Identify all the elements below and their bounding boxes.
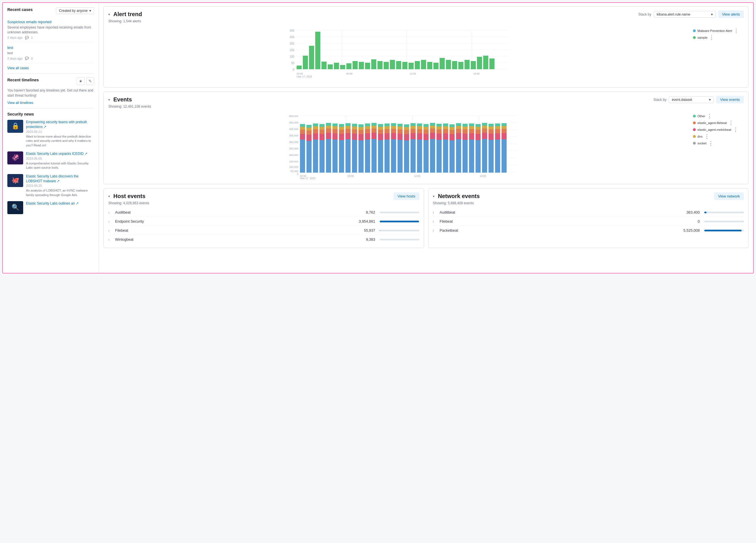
view-hosts-button[interactable]: View hosts xyxy=(394,193,419,200)
expand-arrow-0[interactable]: › xyxy=(108,211,113,214)
created-by-dropdown[interactable]: Created by anyone ▾ xyxy=(56,7,94,14)
view-all-cases-link[interactable]: View all cases xyxy=(7,66,94,70)
view-all-timelines-link[interactable]: View all timelines xyxy=(7,101,94,105)
svg-rect-123 xyxy=(358,134,364,140)
news-thumb-3 xyxy=(7,201,23,214)
svg-rect-221 xyxy=(482,123,487,126)
events-stack-select[interactable]: event.dataset ▾ xyxy=(669,96,714,103)
bar-track-1 xyxy=(380,221,419,222)
svg-rect-152 xyxy=(398,140,403,173)
network-events-collapse[interactable]: ▾ xyxy=(433,194,435,198)
svg-rect-87 xyxy=(313,140,318,173)
svg-rect-220 xyxy=(482,126,487,129)
svg-rect-223 xyxy=(489,134,494,140)
legend-more-dns[interactable]: ⋮ xyxy=(704,134,709,139)
svg-rect-146 xyxy=(385,124,390,126)
timeline-edit-btn[interactable]: ✎ xyxy=(86,77,94,85)
svg-text:0: 0 xyxy=(297,173,298,176)
legend-more-filebeat[interactable]: ⋮ xyxy=(728,120,733,126)
svg-rect-229 xyxy=(495,129,500,133)
svg-rect-127 xyxy=(365,140,370,173)
recent-cases-header: Recent cases Created by anyone ▾ xyxy=(7,7,94,14)
svg-rect-42 xyxy=(452,61,457,69)
svg-rect-20 xyxy=(315,32,320,69)
legend-item-metricbeat: elastic_agent.metricbeat ⋮ xyxy=(693,127,744,132)
legend-dot-metricbeat xyxy=(693,128,696,131)
legend-more-socket[interactable]: ⋮ xyxy=(708,141,713,146)
svg-rect-183 xyxy=(437,134,442,140)
host-events-collapse[interactable]: ▾ xyxy=(108,194,110,198)
svg-rect-17 xyxy=(297,66,302,69)
svg-rect-147 xyxy=(391,139,396,173)
svg-rect-25 xyxy=(346,63,351,69)
view-events-button[interactable]: View events xyxy=(716,96,744,103)
event-row-2: › Packetbeat 5,525,008 xyxy=(433,226,744,235)
event-name-1: Filebeat xyxy=(440,219,678,224)
svg-rect-34 xyxy=(402,62,407,69)
svg-rect-116 xyxy=(345,123,351,126)
expand-arrow-3[interactable]: › xyxy=(108,238,113,241)
events-stack-label: Stack by xyxy=(653,98,666,102)
news-desc-0: Want to know more about the prebuilt det… xyxy=(26,135,94,148)
svg-rect-225 xyxy=(489,127,494,129)
svg-rect-214 xyxy=(476,130,481,134)
case-title-0[interactable]: Suspicious emails reported xyxy=(7,20,94,24)
legend-more-sample[interactable]: ⋮ xyxy=(709,35,714,40)
svg-rect-226 xyxy=(489,124,494,127)
svg-rect-98 xyxy=(326,133,331,139)
svg-rect-222 xyxy=(489,140,494,173)
svg-rect-137 xyxy=(378,140,383,173)
legend-more-other[interactable]: ⋮ xyxy=(707,114,712,119)
alert-stack-select[interactable]: kibana.alert.rule.name ▾ xyxy=(654,11,716,18)
news-title-3[interactable]: Elastic Security Labs outlines an ↗ xyxy=(26,201,79,206)
expand-arrow-2[interactable]: › xyxy=(108,229,113,232)
svg-rect-218 xyxy=(482,133,487,139)
news-thumb-2 xyxy=(7,174,23,187)
svg-rect-125 xyxy=(358,127,364,130)
news-title-2[interactable]: Elastic Security Labs discovers the LOBS… xyxy=(26,174,94,184)
svg-rect-184 xyxy=(437,129,442,134)
svg-rect-195 xyxy=(450,127,455,130)
expand-arrow-1[interactable]: › xyxy=(108,220,113,223)
news-title-0[interactable]: Empowering security teams with prebuilt … xyxy=(26,120,94,129)
case-item-1: test test 2 days ago 💬 0 xyxy=(7,43,94,64)
view-network-button[interactable]: View network xyxy=(714,193,744,200)
bottom-row: ▾ Host events View hosts Showing: 4,028,… xyxy=(103,188,749,248)
event-count-0: 8,762 xyxy=(355,210,375,215)
expand-arrow-1[interactable]: › xyxy=(433,220,437,223)
event-count-1: 0 xyxy=(680,219,700,224)
host-events-title: Host events xyxy=(113,193,145,200)
svg-rect-159 xyxy=(404,130,409,134)
news-title-1[interactable]: Elastic Security Labs unpacks ICEDID ↗ xyxy=(26,152,94,156)
svg-rect-97 xyxy=(326,139,331,173)
svg-rect-178 xyxy=(430,133,435,139)
legend-more-metricbeat[interactable]: ⋮ xyxy=(733,127,738,132)
svg-text:50: 50 xyxy=(291,62,295,65)
alert-trend-collapse[interactable]: ▾ xyxy=(108,12,110,16)
svg-text:May 17, 2023: May 17, 2023 xyxy=(300,177,316,179)
event-row-2: › Filebeat 55,937 xyxy=(108,226,419,235)
alert-legend: Malware Prevention Alert ⋮ sample ⋮ xyxy=(693,26,744,40)
svg-rect-104 xyxy=(332,129,338,133)
legend-more-malware[interactable]: ⋮ xyxy=(734,28,739,33)
expand-arrow-2[interactable]: › xyxy=(433,229,437,232)
svg-rect-100 xyxy=(326,126,331,129)
svg-rect-80 xyxy=(300,127,305,130)
svg-rect-140 xyxy=(378,127,383,130)
events-subtitle: Showing: 12,491,108 events xyxy=(108,105,744,109)
view-alerts-button[interactable]: View alerts xyxy=(718,10,744,18)
news-item-2: Elastic Security Labs discovers the LOBS… xyxy=(7,174,94,197)
expand-arrow-0[interactable]: › xyxy=(433,211,437,214)
svg-rect-207 xyxy=(469,140,474,173)
case-title-1[interactable]: test xyxy=(7,46,94,50)
svg-text:300,000: 300,000 xyxy=(289,141,298,144)
svg-rect-93 xyxy=(319,134,325,140)
svg-rect-233 xyxy=(502,133,507,139)
svg-rect-132 xyxy=(371,139,377,173)
events-chart-area: 500,000 450,000 400,000 350,000 300,000 … xyxy=(108,111,744,180)
events-collapse[interactable]: ▾ xyxy=(108,98,110,102)
event-name-0: Auditbeat xyxy=(440,210,678,215)
recent-timelines-title: Recent timelines xyxy=(7,78,39,82)
timeline-star-btn[interactable]: ★ xyxy=(77,77,85,85)
news-content-3: Elastic Security Labs outlines an ↗ xyxy=(26,201,79,207)
